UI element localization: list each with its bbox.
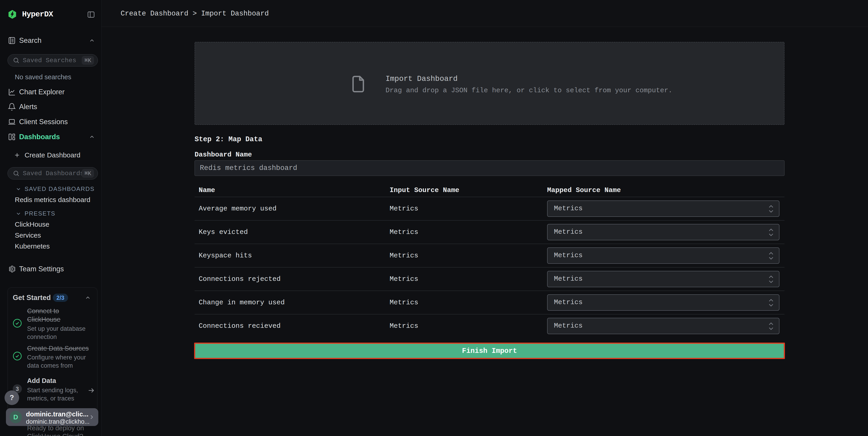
column-header-mapped-source: Mapped Source Name xyxy=(547,186,621,194)
get-started-progress-badge: 2/3 xyxy=(53,294,68,302)
chevron-up-icon[interactable] xyxy=(85,294,91,301)
import-dropzone[interactable]: Import Dashboard Drag and drop a JSON fi… xyxy=(194,42,784,125)
sidebar-item-label: Chart Explorer xyxy=(19,88,65,96)
select-chevrons-icon xyxy=(768,251,774,261)
select-value: Metrics xyxy=(554,318,583,333)
row-input-source: Metrics xyxy=(390,197,418,221)
sidebar-item-chart-explorer[interactable]: Chart Explorer xyxy=(0,86,101,98)
section-label: SAVED DASHBOARDS xyxy=(25,185,94,193)
select-chevrons-icon xyxy=(768,321,774,331)
chevron-up-icon[interactable] xyxy=(89,134,95,140)
saved-dashboards-section-toggle[interactable]: SAVED DASHBOARDS xyxy=(16,185,94,193)
dashboards-layout-icon xyxy=(8,133,16,141)
topbar: Create Dashboard > Import Dashboard xyxy=(101,0,868,27)
file-icon xyxy=(351,74,366,94)
search-icon xyxy=(13,57,20,64)
check-circle-icon xyxy=(12,351,22,361)
row-input-source: Metrics xyxy=(390,267,418,291)
get-started-title: Get Started xyxy=(13,294,51,302)
app-title: HyperDX xyxy=(22,10,53,19)
app-logo[interactable]: HyperDX xyxy=(7,9,53,19)
presets-section-toggle[interactable]: PRESETS xyxy=(16,210,55,217)
table-row: Connections recieved Metrics Metrics xyxy=(194,314,784,338)
get-started-card: Get Started 2/3 Connect to ClickHouse Se… xyxy=(7,288,97,412)
laptop-icon xyxy=(8,118,16,126)
sidebar-item-alerts[interactable]: Alerts xyxy=(0,101,101,113)
sidebar-item-client-sessions[interactable]: Client Sessions xyxy=(0,116,101,128)
table-row: Keyspace hits Metrics Metrics xyxy=(194,244,784,267)
help-button[interactable]: ? xyxy=(5,390,19,405)
gear-icon xyxy=(8,265,16,273)
arrow-right-icon[interactable] xyxy=(87,386,95,394)
mapped-source-select[interactable]: Metrics xyxy=(547,271,779,287)
preset-item-clickhouse[interactable]: ClickHouse xyxy=(15,221,50,228)
chevron-right-icon xyxy=(88,414,95,420)
row-name: Keyspace hits xyxy=(199,244,252,267)
sidebar-item-team-settings[interactable]: Team Settings xyxy=(0,263,101,275)
select-chevrons-icon xyxy=(768,274,774,284)
select-value: Metrics xyxy=(554,271,583,286)
sidebar-item-label: Dashboards xyxy=(19,133,60,141)
table-row: Change in memory used Metrics Metrics xyxy=(194,291,784,314)
chart-line-icon xyxy=(8,88,16,96)
mapped-source-select[interactable]: Metrics xyxy=(547,200,779,217)
preset-item-kubernetes[interactable]: Kubernetes xyxy=(15,242,50,250)
bell-icon xyxy=(8,103,16,111)
dashboard-name-value: Redis metrics dashboard xyxy=(200,161,297,176)
select-value: Metrics xyxy=(554,248,583,263)
saved-dashboards-input[interactable]: Saved Dashboards ⌘K xyxy=(7,167,98,179)
chevron-down-icon xyxy=(16,211,21,216)
dashboard-name-input[interactable]: Redis metrics dashboard xyxy=(194,161,784,176)
journal-search-icon xyxy=(8,36,16,45)
row-name: Connections rejected xyxy=(199,267,281,291)
row-name: Change in memory used xyxy=(199,291,285,314)
user-name: dominic.tran@clic... xyxy=(26,410,89,418)
row-name: Keys evicted xyxy=(199,221,248,244)
select-chevrons-icon xyxy=(768,228,774,237)
get-started-item-subtitle: Start sending logs, metrics, or traces xyxy=(27,386,87,403)
create-dashboard-button[interactable]: Create Dashboard xyxy=(14,151,80,159)
check-circle-icon xyxy=(12,318,22,328)
column-header-input-source: Input Source Name xyxy=(390,186,459,194)
sidebar-collapse-icon[interactable] xyxy=(87,10,95,19)
mapped-source-select[interactable]: Metrics xyxy=(547,248,779,264)
mapped-source-select[interactable]: Metrics xyxy=(547,294,779,311)
select-chevrons-icon xyxy=(768,204,774,214)
saved-dashboard-item[interactable]: Redis metrics dashboard xyxy=(15,196,90,204)
chevron-up-icon[interactable] xyxy=(89,37,95,44)
finish-import-button[interactable]: Finish Import xyxy=(194,343,785,359)
mapping-table: Average memory used Metrics Metrics Keys… xyxy=(194,197,784,338)
row-input-source: Metrics xyxy=(390,291,418,314)
dropzone-title: Import Dashboard xyxy=(385,75,458,83)
mapped-source-select[interactable]: Metrics xyxy=(547,318,779,334)
sidebar-item-label: Team Settings xyxy=(19,265,64,273)
sidebar-item-label: Search xyxy=(19,36,41,45)
saved-dashboards-placeholder: Saved Dashboards xyxy=(23,170,84,177)
table-row: Keys evicted Metrics Metrics xyxy=(194,220,784,244)
select-value: Metrics xyxy=(554,201,583,216)
row-input-source: Metrics xyxy=(390,221,418,244)
finish-import-label: Finish Import xyxy=(462,347,517,355)
get-started-item-title[interactable]: Add Data xyxy=(27,377,56,384)
step-label: Step 2: Map Data xyxy=(194,135,262,143)
mapped-source-select[interactable]: Metrics xyxy=(547,224,779,240)
dashboard-name-label: Dashboard Name xyxy=(194,151,252,158)
get-started-item-title[interactable]: Create Data Sources xyxy=(27,344,98,353)
saved-searches-input[interactable]: Saved Searches ⌘K xyxy=(7,54,98,66)
search-icon xyxy=(13,170,20,177)
get-started-item-title[interactable]: Connect to ClickHouse xyxy=(27,307,81,324)
user-email: dominic.tran@clickho... xyxy=(26,418,90,425)
table-row: Average memory used Metrics Metrics xyxy=(194,197,784,220)
keyboard-shortcut-badge: ⌘K xyxy=(82,56,94,65)
sidebar-item-search[interactable]: Search xyxy=(0,35,101,47)
get-started-item-subtitle: Set up your database connection xyxy=(27,325,92,341)
preset-item-services[interactable]: Services xyxy=(15,231,41,239)
row-name: Connections recieved xyxy=(199,314,281,338)
sidebar-item-dashboards[interactable]: Dashboards xyxy=(0,131,101,143)
row-name: Average memory used xyxy=(199,197,277,221)
get-started-item-subtitle: Configure where your data comes from xyxy=(27,353,92,370)
select-value: Metrics xyxy=(554,224,583,239)
sidebar: HyperDX Search Saved Searches ⌘K No save… xyxy=(0,0,101,436)
user-menu[interactable]: D dominic.tran@clic... dominic.tran@clic… xyxy=(6,408,98,426)
avatar: D xyxy=(9,411,22,423)
